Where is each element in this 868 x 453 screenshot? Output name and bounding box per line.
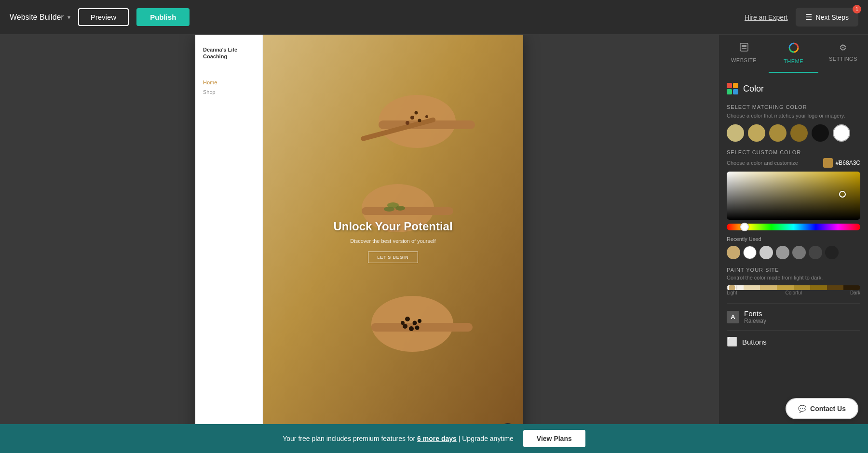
banner-days-link[interactable]: 6 more days bbox=[417, 435, 457, 442]
color-picker-area[interactable] bbox=[727, 172, 860, 220]
matching-color-label: SELECT MATCHING COLOR bbox=[727, 104, 860, 110]
swatch-gold[interactable] bbox=[748, 124, 765, 142]
site-preview: Deanna's LifeCoaching Home Shop 🔍 🛒 👤 bbox=[195, 35, 523, 424]
swatch-white[interactable] bbox=[833, 124, 850, 142]
hire-expert-link[interactable]: Hire an Expert bbox=[745, 13, 787, 21]
svg-rect-27 bbox=[742, 48, 746, 49]
paint-slider-container bbox=[727, 285, 860, 290]
contact-us-label: Contact Us bbox=[810, 405, 846, 413]
hue-slider[interactable] bbox=[727, 224, 860, 230]
website-tab-icon bbox=[739, 42, 749, 54]
swatch-black[interactable] bbox=[812, 124, 829, 142]
notification-badge: 1 bbox=[853, 5, 861, 13]
hero-cta-button[interactable]: LET'S BEGIN bbox=[368, 252, 418, 263]
theme-tab-icon bbox=[788, 42, 799, 55]
panel-content: Color SELECT MATCHING COLOR Choose a col… bbox=[719, 73, 868, 424]
color-grid-icon bbox=[727, 83, 738, 94]
settings-tab-icon: ⚙ bbox=[839, 42, 847, 53]
recently-used-label: Recently Used bbox=[727, 236, 860, 242]
banner-text: Your free plan includes premium features… bbox=[283, 435, 514, 442]
tab-website-label: WEBSITE bbox=[731, 57, 757, 63]
top-bar: Website Builder ▾ Preview Publish Hire a… bbox=[0, 0, 868, 35]
panel-tabs: WEBSITE THEME ⚙ SETTINGS bbox=[719, 35, 868, 73]
recent-swatch-5[interactable] bbox=[792, 246, 806, 259]
hex-value: #B68A3C bbox=[836, 160, 860, 166]
swatch-brown[interactable] bbox=[790, 124, 808, 142]
custom-color-label: SELECT CUSTOM COLOR bbox=[727, 149, 860, 155]
website-builder-dropdown[interactable]: Website Builder ▾ bbox=[10, 13, 70, 22]
paint-labels: Light Colorful Dark bbox=[727, 290, 860, 295]
fonts-section[interactable]: A Fonts Raleway bbox=[727, 303, 860, 330]
swatch-dark-gold[interactable] bbox=[769, 124, 787, 142]
next-steps-label: Next Steps bbox=[816, 13, 849, 21]
paint-slider-track[interactable] bbox=[727, 285, 860, 290]
steps-icon: ☰ bbox=[805, 13, 812, 22]
site-sidebar: Deanna's LifeCoaching Home Shop 🔍 🛒 👤 bbox=[195, 35, 263, 424]
color-section-header: Color bbox=[727, 83, 860, 94]
custom-color-row: Choose a color and customize #B68A3C bbox=[727, 158, 860, 168]
nav-item-shop[interactable]: Shop bbox=[203, 89, 255, 95]
tab-theme-label: THEME bbox=[784, 58, 803, 64]
fonts-title: Fonts bbox=[744, 309, 766, 318]
svg-rect-25 bbox=[744, 45, 746, 46]
tab-theme[interactable]: THEME bbox=[769, 35, 818, 73]
matching-color-swatches bbox=[727, 124, 860, 142]
hero-title: Unlock Your Potential bbox=[333, 220, 452, 233]
recently-used-swatches bbox=[727, 246, 860, 259]
recent-swatch-4[interactable] bbox=[776, 246, 789, 259]
paint-desc: Control the color mode from light to dar… bbox=[727, 275, 860, 280]
custom-hex-display: #B68A3C bbox=[823, 158, 860, 168]
tab-website[interactable]: WEBSITE bbox=[719, 35, 769, 73]
site-logo: Deanna's LifeCoaching bbox=[203, 46, 255, 60]
paint-colorful-label: Colorful bbox=[786, 290, 802, 295]
main-layout: Deanna's LifeCoaching Home Shop 🔍 🛒 👤 bbox=[0, 35, 868, 424]
bottom-banner: Your free plan includes premium features… bbox=[0, 424, 868, 453]
website-builder-label: Website Builder bbox=[10, 13, 64, 22]
matching-color-desc: Choose a color that matches your logo or… bbox=[727, 113, 860, 119]
right-panel: WEBSITE THEME ⚙ SETTINGS bbox=[719, 35, 868, 424]
recent-swatch-2[interactable] bbox=[743, 246, 757, 259]
preview-button[interactable]: Preview bbox=[78, 8, 129, 26]
paint-thumb[interactable] bbox=[728, 285, 736, 290]
buttons-icon: ⬜ bbox=[727, 336, 737, 347]
hero-overlay: Unlock Your Potential Discover the best … bbox=[263, 35, 523, 424]
recent-swatch-7[interactable] bbox=[825, 246, 839, 259]
canvas-area: Deanna's LifeCoaching Home Shop 🔍 🛒 👤 bbox=[0, 35, 719, 424]
publish-button[interactable]: Publish bbox=[136, 8, 190, 26]
buttons-section[interactable]: ⬜ Buttons bbox=[727, 330, 860, 353]
paint-light-label: Light bbox=[727, 290, 737, 295]
fonts-info: Fonts Raleway bbox=[744, 309, 766, 324]
svg-rect-24 bbox=[742, 45, 744, 47]
nav-item-home[interactable]: Home bbox=[203, 80, 255, 85]
site-nav: Home Shop bbox=[203, 80, 255, 95]
hue-thumb[interactable] bbox=[740, 223, 749, 231]
fonts-icon: A bbox=[727, 311, 739, 323]
tab-settings-label: SETTINGS bbox=[829, 56, 857, 62]
color-section-title: Color bbox=[743, 84, 764, 94]
banner-suffix: | Upgrade anytime bbox=[457, 435, 514, 442]
svg-rect-26 bbox=[744, 46, 746, 47]
recent-swatch-1[interactable] bbox=[727, 246, 740, 259]
next-steps-button[interactable]: ☰ Next Steps 1 bbox=[796, 8, 858, 27]
hex-color-swatch[interactable] bbox=[823, 158, 833, 168]
color-picker-dot[interactable] bbox=[839, 191, 846, 198]
hero-subtitle: Discover the best version of yourself bbox=[350, 238, 435, 244]
chat-icon: 💬 bbox=[798, 405, 806, 413]
view-plans-button[interactable]: View Plans bbox=[523, 430, 585, 447]
contact-us-button[interactable]: 💬 Contact Us bbox=[786, 398, 858, 419]
tab-settings[interactable]: ⚙ SETTINGS bbox=[818, 35, 868, 73]
chevron-down-icon: ▾ bbox=[68, 14, 70, 21]
site-hero: Unlock Your Potential Discover the best … bbox=[263, 35, 523, 424]
paint-label: PAINT YOUR SITE bbox=[727, 267, 860, 273]
swatch-tan[interactable] bbox=[727, 124, 744, 142]
recent-swatch-3[interactable] bbox=[760, 246, 773, 259]
paint-dark-label: Dark bbox=[850, 290, 860, 295]
fonts-subtitle: Raleway bbox=[744, 318, 766, 324]
custom-color-desc: Choose a color and customize bbox=[727, 160, 798, 166]
recent-swatch-6[interactable] bbox=[809, 246, 822, 259]
banner-text-prefix: Your free plan includes premium features… bbox=[283, 435, 417, 442]
buttons-title: Buttons bbox=[742, 338, 767, 346]
